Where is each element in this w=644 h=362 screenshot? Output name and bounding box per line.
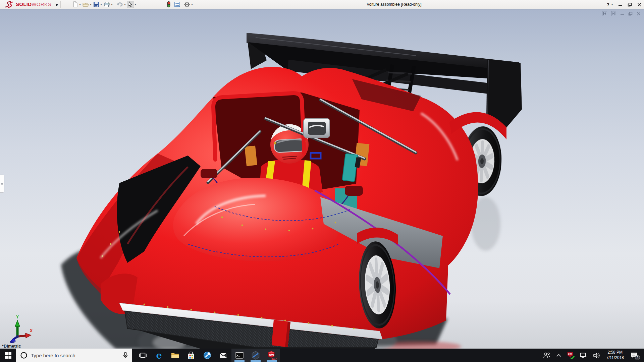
open-icon [83, 1, 89, 7]
open-caret[interactable]: ▾ [90, 3, 93, 6]
doc-restore-button[interactable] [628, 12, 633, 16]
help-button[interactable]: ? [607, 2, 609, 7]
document-window-controls [602, 11, 641, 16]
brand-works: WORKS [32, 1, 51, 7]
doc-close-button[interactable] [637, 12, 641, 16]
menu-flyout-arrow[interactable]: ▶ [54, 1, 61, 8]
brand-solid: SOLID [16, 1, 32, 7]
new-document-icon [72, 1, 78, 7]
clock-time: 2:58 PM [606, 350, 624, 355]
intake-box [304, 118, 330, 138]
select-cursor-icon [127, 1, 133, 7]
undo-caret[interactable]: ▾ [124, 3, 127, 6]
network-button[interactable] [577, 349, 590, 362]
notification-badge: 2 [635, 355, 640, 360]
action-center-button[interactable]: 2 [627, 349, 643, 362]
minimize-button[interactable] [618, 3, 622, 7]
solidworks-logo-icon [4, 1, 14, 8]
rebuild-stoplight-icon [167, 1, 171, 8]
file-explorer-button[interactable] [167, 349, 183, 362]
solidworks-app-year: 2017 [271, 358, 277, 360]
main-toolbar: ▾ ▾ ▾ ▾ ▾ ▾ [71, 0, 194, 9]
titlebar: SOLIDWORKS ▶ ▾ ▾ ▾ ▾ ▾ ▾ [0, 0, 644, 9]
windows-logo-icon [5, 352, 11, 359]
rebuild-button[interactable] [166, 1, 171, 8]
help-caret[interactable]: ▾ [611, 3, 613, 6]
view-orientation-label: *Dimetric [2, 344, 21, 349]
save-button[interactable] [93, 1, 100, 8]
solidworks-status-button[interactable]: SW [564, 349, 577, 362]
window-controls: ? ▾ [607, 0, 641, 9]
file-explorer-icon [171, 352, 179, 359]
3d-model-canvas[interactable] [0, 9, 644, 349]
people-button[interactable] [540, 349, 553, 362]
feature-manager-tab[interactable] [0, 175, 4, 193]
speaker-icon [593, 353, 600, 358]
mail-button[interactable] [215, 349, 231, 362]
command-prompt-icon [235, 352, 244, 359]
options-button[interactable] [183, 1, 191, 8]
mail-icon [219, 352, 227, 359]
solidworks-logo: SOLIDWORKS [0, 0, 54, 9]
search-input[interactable] [31, 353, 119, 358]
options-caret[interactable]: ▾ [191, 3, 194, 6]
print-button[interactable] [103, 1, 111, 8]
solidworks-2017-button[interactable]: SW 2017 [264, 349, 280, 362]
triad-x-label: X [30, 328, 33, 333]
windows-taskbar: e [0, 349, 644, 362]
task-view-icon [139, 352, 147, 359]
tray-overflow-button[interactable] [553, 349, 564, 362]
close-button[interactable] [637, 3, 641, 7]
select-caret[interactable]: ▾ [134, 3, 137, 6]
new-document-button[interactable] [71, 1, 79, 8]
feature-tab-dot [1, 183, 3, 185]
undo-button[interactable] [116, 1, 124, 8]
clock-date: 7/11/2018 [606, 355, 624, 361]
check-icon [570, 356, 575, 359]
volume-button[interactable] [590, 349, 603, 362]
cortana-icon [20, 352, 28, 359]
solidworks-status-label: SW [568, 353, 572, 355]
people-icon [543, 352, 550, 358]
settings-wrench-button[interactable] [199, 349, 215, 362]
hexagon-app-button[interactable] [248, 349, 264, 362]
print-icon [104, 1, 110, 7]
window-title: Voiture assomblee [Read-only] [367, 2, 421, 7]
edge-button[interactable]: e [151, 349, 167, 362]
undo-icon [116, 1, 123, 7]
open-button[interactable] [82, 1, 90, 8]
task-view-button[interactable] [135, 349, 151, 362]
microphone-icon[interactable] [123, 352, 128, 359]
system-tray: SW 2:58 PM 7/11/2018 2 [540, 349, 644, 362]
triad-y-label: Y [16, 315, 19, 319]
taskbar-apps: e [135, 349, 280, 362]
start-button[interactable] [0, 349, 16, 362]
save-caret[interactable]: ▾ [100, 3, 103, 6]
hexagon-app-icon [252, 351, 260, 360]
options-gear-icon [184, 1, 190, 8]
graphics-viewport[interactable]: Y X *Dimetric [0, 9, 644, 349]
command-prompt-button[interactable] [231, 349, 248, 362]
file-properties-button[interactable] [173, 1, 181, 8]
maximize-button[interactable] [628, 3, 632, 7]
network-icon [580, 353, 587, 358]
next-pane-button[interactable] [611, 11, 616, 16]
solidworks-app-window: SOLIDWORKS ▶ ▾ ▾ ▾ ▾ ▾ ▾ [0, 0, 644, 362]
select-button[interactable] [127, 1, 134, 8]
taskbar-clock[interactable]: 2:58 PM 7/11/2018 [603, 350, 628, 360]
save-icon [93, 1, 99, 7]
chevron-up-icon [556, 354, 561, 357]
store-icon [187, 352, 195, 359]
file-properties-icon [174, 1, 180, 7]
new-caret[interactable]: ▾ [79, 3, 82, 6]
orientation-triad: Y X [4, 314, 33, 343]
wrench-tool-icon [203, 351, 211, 359]
solidworks-app-label: SW [269, 353, 274, 357]
previous-pane-button[interactable] [602, 11, 607, 16]
edge-icon: e [156, 351, 162, 360]
doc-minimize-button[interactable] [620, 12, 624, 16]
print-caret[interactable]: ▾ [111, 3, 114, 6]
taskbar-search[interactable] [16, 349, 132, 362]
microsoft-store-button[interactable] [183, 349, 199, 362]
